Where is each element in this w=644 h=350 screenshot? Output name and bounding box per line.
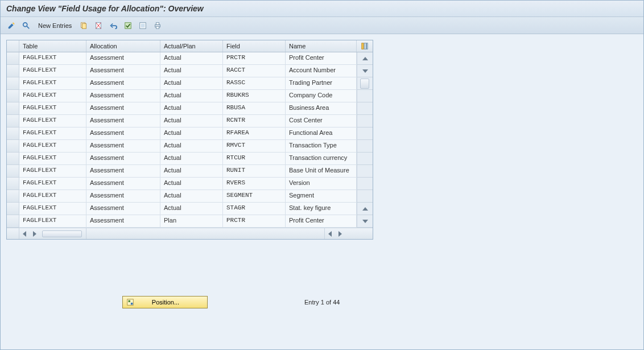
cell-allocation[interactable]: Assessment <box>86 190 160 203</box>
vscroll-track[interactable] <box>357 115 373 127</box>
row-selector[interactable] <box>7 102 19 115</box>
table-row[interactable]: FAGLFLEXTAssessmentActualRBUSABusiness A… <box>7 102 373 115</box>
table-row[interactable]: FAGLFLEXTAssessmentActualRBUKRSCompany C… <box>7 90 373 102</box>
hscroll-left-track[interactable] <box>19 228 86 239</box>
cell-table[interactable]: FAGLFLEXT <box>19 153 86 165</box>
vscroll-track[interactable] <box>357 178 373 190</box>
vscroll-up-arrow-bottom[interactable] <box>357 203 373 215</box>
cell-actual_plan[interactable]: Actual <box>160 90 223 102</box>
cell-actual_plan[interactable]: Actual <box>160 140 223 153</box>
col-header-field[interactable]: Field <box>223 40 286 52</box>
col-header-name[interactable]: Name <box>286 40 357 52</box>
cell-allocation[interactable]: Assessment <box>86 203 160 215</box>
cell-field[interactable]: STAGR <box>223 203 286 215</box>
cell-allocation[interactable]: Assessment <box>86 65 160 77</box>
cell-table[interactable]: FAGLFLEXT <box>19 178 86 190</box>
cell-table[interactable]: FAGLFLEXT <box>19 102 86 115</box>
cell-field[interactable]: RTCUR <box>223 153 286 165</box>
table-row[interactable]: FAGLFLEXTAssessmentActualPRCTRProfit Cen… <box>7 52 373 65</box>
cell-allocation[interactable]: Assessment <box>86 52 160 65</box>
cell-name[interactable]: Base Unit of Measure <box>286 165 357 178</box>
vscroll-track[interactable] <box>357 127 373 140</box>
cell-allocation[interactable]: Assessment <box>86 115 160 127</box>
cell-allocation[interactable]: Assessment <box>86 127 160 140</box>
position-button[interactable]: Position... <box>122 296 208 308</box>
table-row[interactable]: FAGLFLEXTAssessmentActualRTCURTransactio… <box>7 153 373 165</box>
cell-table[interactable]: FAGLFLEXT <box>19 77 86 90</box>
cell-name[interactable]: Transaction currency <box>286 153 357 165</box>
row-selector[interactable] <box>7 165 19 178</box>
cell-field[interactable]: RVERS <box>223 178 286 190</box>
row-selector[interactable] <box>7 65 19 77</box>
cell-actual_plan[interactable]: Plan <box>160 215 223 228</box>
table-row[interactable]: FAGLFLEXTAssessmentActualRUNITBase Unit … <box>7 165 373 178</box>
cell-field[interactable]: PRCTR <box>223 215 286 228</box>
vscroll-track[interactable] <box>357 190 373 203</box>
table-row[interactable]: FAGLFLEXTAssessmentActualRASSCTrading Pa… <box>7 77 373 90</box>
select-all-icon[interactable] <box>122 20 134 31</box>
vscroll-track[interactable] <box>357 140 373 153</box>
cell-name[interactable]: Segment <box>286 190 357 203</box>
cell-allocation[interactable]: Assessment <box>86 165 160 178</box>
row-selector[interactable] <box>7 52 19 65</box>
vscroll-down-arrow[interactable] <box>357 215 373 228</box>
cell-allocation[interactable]: Assessment <box>86 178 160 190</box>
row-selector[interactable] <box>7 140 19 153</box>
hscroll-right-arrow-2[interactable] <box>335 228 345 239</box>
cell-field[interactable]: RCNTR <box>223 115 286 127</box>
cell-allocation[interactable]: Assessment <box>86 140 160 153</box>
hscroll-left-arrow-1[interactable] <box>19 231 30 237</box>
cell-field[interactable]: RBUSA <box>223 102 286 115</box>
cell-actual_plan[interactable]: Actual <box>160 77 223 90</box>
row-selector[interactable] <box>7 203 19 215</box>
cell-name[interactable]: Functional Area <box>286 127 357 140</box>
cell-table[interactable]: FAGLFLEXT <box>19 115 86 127</box>
row-selector[interactable] <box>7 190 19 203</box>
cell-name[interactable]: Company Code <box>286 90 357 102</box>
table-row[interactable]: FAGLFLEXTAssessmentActualSTAGRStat. key … <box>7 203 373 215</box>
cell-field[interactable]: PRCTR <box>223 52 286 65</box>
cell-table[interactable]: FAGLFLEXT <box>19 52 86 65</box>
cell-actual_plan[interactable]: Actual <box>160 190 223 203</box>
cell-table[interactable]: FAGLFLEXT <box>19 165 86 178</box>
cell-field[interactable]: RASSC <box>223 77 286 90</box>
cell-table[interactable]: FAGLFLEXT <box>19 127 86 140</box>
hscroll-thumb-1[interactable] <box>42 230 82 237</box>
cell-allocation[interactable]: Assessment <box>86 153 160 165</box>
vscroll-thumb[interactable] <box>357 77 373 90</box>
cell-actual_plan[interactable]: Actual <box>160 178 223 190</box>
cell-name[interactable]: Stat. key figure <box>286 203 357 215</box>
find-icon[interactable] <box>20 20 32 31</box>
cell-actual_plan[interactable]: Actual <box>160 153 223 165</box>
cell-field[interactable]: RMVCT <box>223 140 286 153</box>
vscroll-up-arrow[interactable] <box>357 52 373 65</box>
hscroll-main-track[interactable] <box>86 228 325 239</box>
vscroll-track[interactable] <box>357 90 373 102</box>
cell-name[interactable]: Profit Center <box>286 215 357 228</box>
cell-table[interactable]: FAGLFLEXT <box>19 190 86 203</box>
table-row[interactable]: FAGLFLEXTAssessmentActualRFAREAFunctiona… <box>7 127 373 140</box>
cell-field[interactable]: RUNIT <box>223 165 286 178</box>
deselect-all-icon[interactable] <box>137 20 149 31</box>
cell-name[interactable]: Trading Partner <box>286 77 357 90</box>
table-row[interactable]: FAGLFLEXTAssessmentActualSEGMENTSegment <box>7 190 373 203</box>
row-selector[interactable] <box>7 115 19 127</box>
cell-name[interactable]: Business Area <box>286 102 357 115</box>
table-row[interactable]: FAGLFLEXTAssessmentActualRCNTRCost Cente… <box>7 115 373 127</box>
undo-change-icon[interactable] <box>107 20 119 31</box>
vscroll-track[interactable] <box>357 102 373 115</box>
vscroll-track[interactable] <box>357 153 373 165</box>
col-header-allocation[interactable]: Allocation <box>86 40 160 52</box>
hscroll-left-arrow-2[interactable] <box>325 228 335 239</box>
copy-as-icon[interactable] <box>77 20 90 31</box>
hscroll-right-arrow-1[interactable] <box>30 231 40 237</box>
cell-field[interactable]: RBUKRS <box>223 90 286 102</box>
row-selector[interactable] <box>7 178 19 190</box>
cell-actual_plan[interactable]: Actual <box>160 127 223 140</box>
cell-allocation[interactable]: Assessment <box>86 77 160 90</box>
row-selector[interactable] <box>7 90 19 102</box>
toggle-display-change-icon[interactable] <box>5 20 18 31</box>
cell-table[interactable]: FAGLFLEXT <box>19 140 86 153</box>
col-header-table[interactable]: Table <box>19 40 86 52</box>
cell-actual_plan[interactable]: Actual <box>160 52 223 65</box>
